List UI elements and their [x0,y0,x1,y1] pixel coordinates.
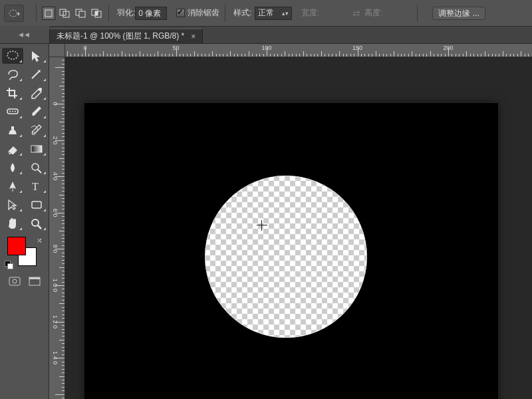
tool-clone-stamp[interactable] [2,122,23,138]
feather-input[interactable] [135,7,167,20]
width-label: 宽度: [301,7,319,19]
screen-mode-button[interactable] [27,275,43,287]
tool-lasso[interactable] [2,66,23,82]
separator [108,5,109,22]
tool-type[interactable]: T [26,178,47,194]
svg-rect-10 [39,88,42,91]
double-chevron-left-icon: ◀◀ [19,31,31,38]
ruler-v-label: 8 0 [52,245,59,253]
tool-move[interactable] [26,48,47,64]
default-colors-icon[interactable] [5,261,13,269]
svg-rect-16 [31,146,42,152]
selection-intersect-button[interactable] [90,7,103,20]
ruler-v-label: 1 0 0 [52,279,59,292]
swap-dimensions-icon: ⇄ [352,8,360,19]
width-input [319,7,348,20]
swap-colors-icon[interactable]: ⤭ [37,237,42,244]
ruler-h-label: 150 [352,45,362,51]
svg-point-12 [9,111,11,112]
tool-brush[interactable] [26,104,47,120]
ruler-v-label: 0 [52,102,59,105]
transparency-checker [205,176,367,338]
document-tab-title: 未标题-1 @ 100% (图层 1, RGB/8) * [57,31,184,42]
tool-shape[interactable] [26,197,47,213]
refine-edge-button[interactable]: 调整边缘 ... [432,7,485,20]
ruler-origin[interactable] [49,44,65,57]
svg-rect-24 [29,277,40,279]
feather-label: 羽化: [117,7,135,19]
selection-subtract-button[interactable] [74,7,87,20]
quick-mask-button[interactable] [7,275,23,287]
tool-preset-picker[interactable] [4,5,24,22]
ruler-v-label: 1 2 0 [52,315,59,329]
svg-rect-15 [11,126,14,130]
transparent-circle-region [205,176,367,338]
foreground-color-swatch[interactable] [7,237,26,255]
ruler-v-label: 4 0 [52,172,59,181]
tool-zoom[interactable] [26,215,47,231]
document-tab-bar: ◀◀ 未标题-1 @ 100% (图层 1, RGB/8) * × [0,27,532,44]
tool-eyedropper[interactable] [26,85,47,101]
tool-dodge[interactable] [26,160,47,176]
panel-collapse-button[interactable]: ◀◀ [0,26,49,43]
tool-pen[interactable] [2,178,23,194]
tool-hand[interactable] [2,215,23,231]
chevron-updown-icon: ▴▾ [282,10,289,17]
svg-point-22 [13,279,17,283]
close-icon[interactable]: × [191,32,196,41]
antialias-checkbox[interactable] [176,9,185,17]
separator [36,5,37,22]
work-area: 050100150200 02 04 06 08 01 0 01 2 01 4 … [49,44,532,399]
screen-mode-row [0,275,49,287]
svg-point-14 [15,111,16,112]
svg-rect-19 [32,201,41,208]
selection-add-button[interactable] [58,7,71,20]
tool-path-select[interactable] [2,197,23,213]
style-label: 样式: [233,7,251,19]
svg-point-13 [12,111,13,112]
tool-ellipse-marquee[interactable] [2,48,23,64]
svg-point-17 [32,164,39,170]
svg-point-20 [32,219,39,226]
svg-rect-5 [79,11,85,17]
separator [225,5,225,22]
ruler-h-label: 0 [83,45,86,51]
height-label: 高度: [364,7,382,19]
style-value: 正常 [258,7,274,19]
ruler-v-label: 1 4 0 [52,351,59,364]
document-tab[interactable]: 未标题-1 @ 100% (图层 1, RGB/8) * × [49,29,203,43]
svg-text:T: T [32,181,39,192]
color-swatches: ⤭ [5,237,45,269]
tool-eraser[interactable] [2,141,23,157]
ruler-v-label: 6 0 [52,209,59,217]
ruler-h-label: 100 [261,45,271,51]
tool-history-brush[interactable] [26,122,47,138]
ruler-v-label: 2 0 [52,136,59,144]
options-bar: 羽化: 消除锯齿 样式: 正常 ▴▾ 宽度: ⇄ 高度: 调整边缘 ... [0,0,532,27]
canvas[interactable] [85,104,497,399]
antialias-label: 消除锯齿 [188,7,219,19]
svg-point-9 [7,51,18,59]
selection-new-button[interactable] [42,7,55,20]
svg-rect-1 [45,10,52,17]
tools-panel: T ⤭ [0,44,49,399]
selection-mode-group [42,7,103,20]
svg-rect-21 [9,277,20,285]
svg-rect-8 [95,11,98,15]
ruler-horizontal[interactable]: 050100150200 [65,44,532,57]
ruler-vertical[interactable]: 02 04 06 08 01 0 01 2 01 4 0 [49,57,65,399]
canvas-viewport[interactable] [65,57,532,399]
height-input [382,7,412,20]
svg-point-0 [9,10,17,17]
tool-blur[interactable] [2,160,23,176]
tool-crop[interactable] [2,85,23,101]
separator [417,5,418,22]
tool-healing-brush[interactable] [2,104,23,120]
ruler-h-label: 200 [443,45,453,51]
ruler-h-label: 50 [172,45,179,51]
tool-gradient[interactable] [26,141,47,157]
style-select[interactable]: 正常 ▴▾ [255,7,292,20]
tool-magic-wand[interactable] [26,66,47,82]
crosshair-cursor-icon [257,220,267,231]
